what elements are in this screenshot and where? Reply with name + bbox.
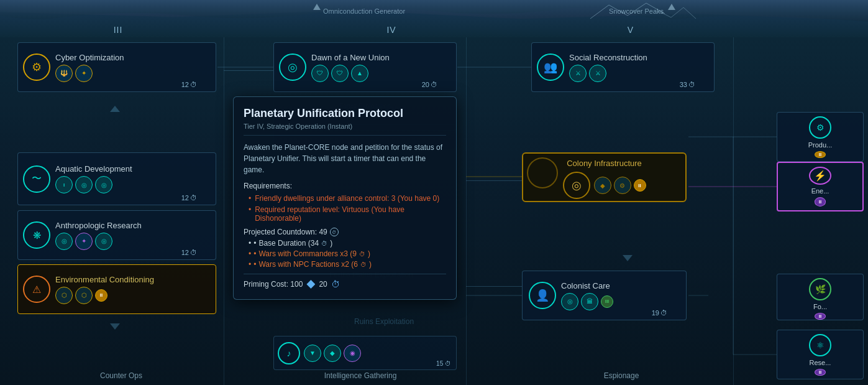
iv-mid-cost: 15 ⏱ (436, 360, 451, 367)
colony-main-icon: ◎ (563, 172, 590, 199)
social-sub1: ⚔ (569, 65, 587, 82)
priming-cost: Priming Cost: 100 20 ⏱ (244, 279, 446, 289)
dawn-sub1: 🛡 (311, 65, 329, 82)
anthro-sub3: ◎ (95, 233, 112, 250)
social-title: Social Reconstruction (569, 53, 709, 62)
aquatic-development-card[interactable]: 〜 Aquatic Development I ◎ ◎ 12 ⏱ (17, 152, 216, 205)
social-cost: 33 ⏱ (680, 81, 695, 88)
popup-subtitle: Tier IV, Strategic Operation (Instant) (244, 123, 446, 136)
aquatic-cost: 12 ⏱ (181, 194, 197, 202)
energy-roman: II (815, 197, 826, 206)
colonist-sub1: ◎ (561, 293, 578, 310)
energy-title: Ene... (811, 187, 829, 195)
fo-main-icon: 🌿 (809, 278, 831, 300)
cyber-sub2: ✦ (75, 65, 93, 82)
col-header-V: V (600, 25, 662, 35)
colonist-main-icon: 👤 (529, 282, 556, 309)
colonist-cost: 19 ⏱ (652, 309, 667, 317)
iv-mid-sub2: ◆ (324, 345, 341, 362)
iv-mid-sub3: ◉ (344, 345, 361, 362)
env-sub1: ⬡ (55, 287, 73, 304)
anthro-title: Anthropologic Research (55, 221, 211, 230)
produ-roman: II (815, 151, 826, 158)
social-main-icon: 👥 (537, 53, 564, 81)
crystal-icon (306, 280, 315, 289)
colonist-care-card[interactable]: 👤 Colonist Care ◎ 🏛 III 19 ⏱ (522, 271, 687, 320)
req-item-2: Required reputation level: Virtuous (You… (244, 205, 446, 223)
intelligence-gathering-label: Intelligence Gathering (304, 371, 416, 380)
aquatic-sub1: I (55, 176, 73, 193)
energy-main-icon: ⚡ (809, 167, 831, 185)
iv-card-mid[interactable]: ♪ ▼ ◆ ◉ 15 ⏱ (273, 336, 457, 370)
colonist-sub2: 🏛 (581, 293, 598, 310)
cyber-cost: 12 ⏱ (181, 81, 197, 88)
omniconduction-label: Omniconduction Generator (323, 7, 405, 15)
env-sub3: II (95, 289, 107, 302)
clock-cmd: ⏱ (359, 251, 365, 257)
triangle-down-colV (623, 255, 633, 261)
countdown-label: Projected Countdown: 49 ⏱ (244, 228, 446, 236)
colony-sub2: ⚙ (614, 177, 631, 194)
cyber-main-icon: ⚙ (23, 53, 50, 81)
anthro-cost: 12 ⏱ (181, 249, 197, 256)
research-roman: II (815, 369, 826, 376)
requirements-label: Requirements: (244, 182, 446, 190)
popup-title: Planetary Unification Protocol (244, 107, 446, 120)
anthropologic-research-card[interactable]: ❋ Anthropologic Research ◎ ✦ ◎ 12 ⏱ (17, 210, 216, 260)
anthro-sub2: ✦ (75, 233, 93, 250)
dawn-cost: 20 ⏱ (422, 81, 437, 88)
clock-base: ⏱ (321, 240, 327, 247)
clock-priming: ⏱ (331, 279, 340, 289)
countdown-item-factions: • Wars with NPC Factions x2 (6 ⏱) (244, 260, 446, 269)
req-item-1: Friendly dwellings under alliance contro… (244, 194, 446, 203)
research-main-icon: ⚛ (809, 334, 831, 356)
research-card[interactable]: ⚛ Rese... II (777, 330, 864, 379)
anthro-main-icon: ❋ (23, 221, 50, 249)
produ-main-icon: ⚙ (809, 116, 831, 139)
cyber-optimization-card[interactable]: ⚙ Cyber Optimization 🔱 ✦ 12 ⏱ (17, 42, 216, 92)
produ-card[interactable]: ⚙ Produ... II (777, 112, 864, 162)
aquatic-sub3: ◎ (95, 176, 112, 193)
cyber-sub1: 🔱 (55, 65, 73, 82)
dawn-new-union-card[interactable]: ◎ Dawn of a New Union 🛡 🛡 ▲ 20 ⏱ (273, 42, 457, 92)
fo-roman: II (815, 313, 826, 320)
fo-card-partial[interactable]: 🌿 Fo... II (777, 274, 864, 320)
countdown-item-commanders: • Wars with Commanders x3 (9 ⏱) (244, 249, 446, 258)
iv-mid-icon1: ♪ (278, 342, 300, 364)
env-main-icon: ⚠ (23, 276, 50, 303)
connector-h1 (224, 70, 273, 71)
dawn-title: Dawn of a New Union (311, 53, 451, 62)
clock-icon-main: ⏱ (330, 228, 339, 236)
colony-roman: II (634, 179, 646, 192)
counter-ops-label: Counter Ops (81, 371, 162, 380)
ruins-label: Ruins Exploitation (354, 317, 414, 326)
research-title: Rese... (810, 359, 831, 366)
popup-separator (244, 274, 446, 274)
triangle-down-col3 (110, 323, 120, 330)
col-header-III: III (87, 25, 149, 35)
dawn-sub2: 🛡 (331, 65, 349, 82)
clock-fac: ⏱ (360, 261, 367, 268)
dawn-sub3: ▲ (351, 65, 368, 82)
popup-body: Awaken the Planet-CORE node and petition… (244, 142, 446, 175)
snowcover-label: Snowcover Peaks (609, 7, 664, 15)
environmental-conditioning-card[interactable]: ⚠ Environmental Conditioning ⬡ ⬡ II (17, 264, 216, 314)
aquatic-title: Aquatic Development (55, 164, 211, 174)
colony-sub1: ◆ (594, 177, 611, 194)
aquatic-main-icon: 〜 (23, 165, 50, 193)
fo-title: Fo... (813, 303, 827, 310)
aquatic-sub2: ◎ (75, 176, 93, 193)
planetary-unification-popup: Planetary Unification Protocol Tier IV, … (233, 96, 457, 300)
connector-h3 (466, 286, 522, 287)
anthro-sub1: ◎ (55, 233, 73, 250)
triangle-up-col3 (110, 106, 120, 112)
energy-card[interactable]: ⚡ Ene... II (777, 162, 864, 211)
env-sub2: ⬡ (75, 287, 93, 304)
connector-h2 (466, 180, 522, 181)
social-reconstruction-card[interactable]: 👥 Social Reconstruction ⚔ ⚔ 33 ⏱ (531, 42, 715, 92)
env-title: Environmental Conditioning (55, 275, 211, 284)
social-sub2: ⚔ (589, 65, 606, 82)
iv-mid-sub1: ▼ (304, 345, 321, 362)
colonist-title: Colonist Care (561, 281, 680, 290)
dawn-main-icon: ◎ (279, 53, 306, 81)
